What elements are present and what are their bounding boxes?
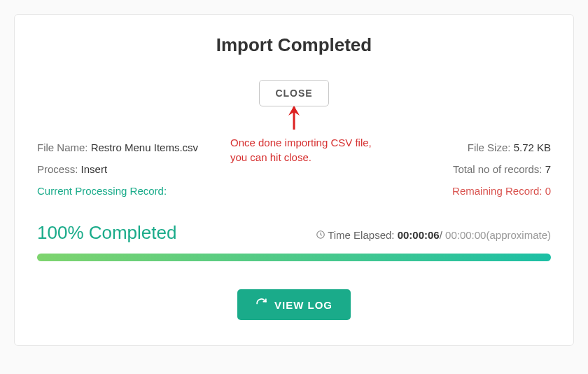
progress-header: 100% Completed Time Elapsed: 00:00:06/ 0… — [37, 222, 551, 244]
view-log-button[interactable]: VIEW LOG — [237, 289, 351, 320]
close-button[interactable]: CLOSE — [259, 80, 328, 106]
total-records-label: Total no of records: — [453, 163, 545, 175]
annotation-arrow-icon — [286, 106, 302, 135]
file-size-label: File Size: — [468, 141, 514, 153]
remaining-label: Remaining Record: — [452, 185, 545, 197]
progress-percent: 100% Completed — [37, 222, 176, 244]
close-wrap: CLOSE — [37, 80, 551, 106]
process-value: Insert — [81, 163, 108, 175]
time-approx: 00:00:00(approximate) — [445, 229, 551, 241]
dialog-title: Import Completed — [37, 34, 551, 56]
remaining-value: 0 — [545, 185, 551, 197]
total-records-group: Total no of records: 7 — [453, 163, 551, 175]
import-dialog: Import Completed CLOSE Once done importi… — [14, 14, 574, 346]
annotation-text: Once done importing CSV file, you can hi… — [230, 135, 372, 165]
file-name-label: File Name: — [37, 141, 91, 153]
clock-icon — [316, 230, 326, 242]
viewlog-wrap: VIEW LOG — [37, 289, 551, 320]
file-name-group: File Name: Restro Menu Items.csv — [37, 141, 198, 153]
file-name-value: Restro Menu Items.csv — [91, 141, 198, 153]
info-row-current: Current Processing Record: Remaining Rec… — [37, 185, 551, 197]
file-size-group: File Size: 5.72 KB — [468, 141, 551, 153]
progress-section: 100% Completed Time Elapsed: 00:00:06/ 0… — [37, 222, 551, 261]
refresh-icon — [255, 298, 267, 312]
process-label: Process: — [37, 163, 81, 175]
total-records-value: 7 — [545, 163, 551, 175]
progress-bar — [37, 254, 551, 261]
time-elapsed-value: 00:00:06 — [398, 229, 440, 241]
annotation-line1: Once done importing CSV file, — [230, 137, 372, 148]
view-log-label: VIEW LOG — [274, 299, 332, 311]
time-elapsed: Time Elapsed: 00:00:06/ 00:00:00(approxi… — [316, 229, 551, 242]
process-group: Process: Insert — [37, 163, 107, 175]
info-row-process: Process: Insert Total no of records: 7 — [37, 163, 551, 175]
remaining-group: Remaining Record: 0 — [452, 185, 551, 197]
time-label: Time Elapsed: — [328, 229, 398, 241]
annotation-line2: you can hit close. — [230, 151, 312, 163]
file-size-value: 5.72 KB — [514, 141, 551, 153]
current-processing-label: Current Processing Record: — [37, 185, 167, 197]
time-separator: / — [440, 229, 445, 241]
